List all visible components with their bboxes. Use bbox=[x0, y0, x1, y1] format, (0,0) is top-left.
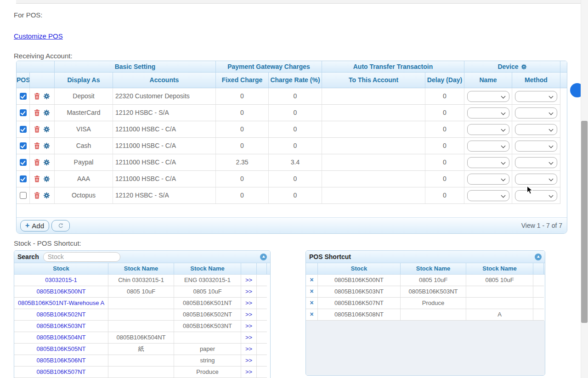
col-header-charge-rate[interactable]: Charge Rate (%) bbox=[269, 73, 322, 88]
receiving-row[interactable]: MasterCard12120 HSBC - S/A000 bbox=[17, 105, 560, 121]
receiving-row[interactable]: Cash1211000 HSBC - C/A000 bbox=[17, 138, 560, 154]
device-name-select[interactable] bbox=[467, 174, 509, 185]
move-to-shortcut-link[interactable]: >> bbox=[241, 367, 257, 378]
collapse-panel-icon[interactable] bbox=[535, 254, 542, 260]
remove-x-icon[interactable]: × bbox=[306, 275, 318, 286]
stock-row[interactable]: 0805B106K504NT0805B106K504NT>> bbox=[14, 332, 267, 344]
stock-search-input[interactable] bbox=[43, 252, 120, 262]
col-header-method[interactable]: Method bbox=[512, 73, 560, 88]
device-method-select[interactable] bbox=[515, 91, 557, 102]
col-header-stock-name-2[interactable]: Stock Name bbox=[466, 263, 533, 274]
move-to-shortcut-link[interactable]: >> bbox=[241, 286, 257, 297]
trash-icon[interactable] bbox=[34, 175, 40, 182]
device-method-select[interactable] bbox=[515, 107, 557, 118]
col-header-display-as[interactable]: Display As bbox=[55, 73, 113, 88]
pos-checkbox[interactable] bbox=[20, 142, 27, 149]
stock-row[interactable]: 0805B106K502NT0805B106K502NT>> bbox=[14, 309, 267, 321]
trash-icon[interactable] bbox=[34, 109, 40, 116]
shortcut-row[interactable]: ×0805B106K503NT0805B106K503NT bbox=[306, 286, 544, 298]
receiving-row[interactable]: Octopus12120 HSBC - S/A000 bbox=[17, 187, 560, 204]
gear-icon[interactable] bbox=[43, 192, 50, 199]
move-to-shortcut-link[interactable]: >> bbox=[241, 298, 257, 309]
move-to-shortcut-link[interactable]: >> bbox=[241, 332, 257, 343]
collapse-panel-icon[interactable] bbox=[260, 254, 267, 260]
pos-checkbox[interactable] bbox=[20, 192, 27, 199]
device-method-select[interactable] bbox=[515, 141, 557, 152]
gear-icon[interactable] bbox=[43, 126, 50, 133]
shortcut-row[interactable]: ×0805B106K507NTProduce bbox=[306, 298, 544, 309]
device-name-select[interactable] bbox=[467, 124, 509, 135]
col-header-fixed-charge[interactable]: Fixed Charge bbox=[216, 73, 269, 88]
stock-code-link[interactable]: 0805B106K501NT-Warehouse A bbox=[14, 298, 108, 309]
pos-checkbox[interactable] bbox=[20, 159, 27, 166]
col-header-stock-name-2[interactable]: Stock Name bbox=[174, 263, 241, 274]
gear-icon[interactable] bbox=[43, 142, 50, 149]
trash-icon[interactable] bbox=[34, 192, 40, 199]
stock-code-link[interactable]: 0805B106K507NT bbox=[14, 367, 108, 378]
stock-row[interactable]: 03032015-1Chin 03032015-1ENG 03032015-1>… bbox=[14, 275, 267, 286]
stock-code-link[interactable]: 0805B106K504NT bbox=[14, 332, 108, 343]
move-to-shortcut-link[interactable]: >> bbox=[241, 275, 257, 286]
col-header-name[interactable]: Name bbox=[464, 73, 512, 88]
remove-x-icon[interactable]: × bbox=[306, 298, 318, 309]
shortcut-row[interactable]: ×0805B106K508NTA bbox=[306, 309, 544, 321]
device-name-select[interactable] bbox=[467, 141, 509, 152]
receiving-row[interactable]: Deposit22320 Customer Deposits000 bbox=[17, 88, 560, 105]
gear-icon[interactable] bbox=[43, 93, 50, 100]
device-name-select[interactable] bbox=[467, 190, 509, 201]
device-settings-gear-icon[interactable] bbox=[521, 64, 527, 70]
device-method-select[interactable] bbox=[515, 174, 557, 185]
move-to-shortcut-link[interactable]: >> bbox=[241, 355, 257, 366]
move-to-shortcut-link[interactable]: >> bbox=[241, 309, 257, 320]
col-header-delay[interactable]: Delay (Day) bbox=[425, 73, 464, 88]
trash-icon[interactable] bbox=[34, 159, 40, 166]
move-to-shortcut-link[interactable]: >> bbox=[241, 344, 257, 355]
trash-icon[interactable] bbox=[34, 142, 40, 149]
stock-code-link[interactable]: 0805B106K505NT bbox=[14, 344, 108, 355]
scrollbar-thumb[interactable] bbox=[581, 121, 588, 323]
col-header-pos[interactable]: POS bbox=[17, 73, 30, 88]
device-name-select[interactable] bbox=[467, 91, 509, 102]
move-to-shortcut-link[interactable]: >> bbox=[241, 321, 257, 332]
stock-row[interactable]: 0805B106K501NT-Warehouse A0805B106K501NT… bbox=[14, 298, 267, 309]
pos-checkbox[interactable] bbox=[20, 175, 27, 182]
col-header-stock[interactable]: Stock bbox=[14, 263, 108, 274]
pos-checkbox[interactable] bbox=[20, 93, 27, 100]
gear-icon[interactable] bbox=[43, 159, 50, 166]
col-header-stock-name-1[interactable]: Stock Name bbox=[401, 263, 466, 274]
remove-x-icon[interactable]: × bbox=[306, 309, 318, 320]
trash-icon[interactable] bbox=[34, 126, 40, 133]
receiving-row[interactable]: Paypal1211000 HSBC - C/A2.353.40 bbox=[17, 154, 560, 171]
trash-icon[interactable] bbox=[34, 93, 40, 100]
pos-checkbox[interactable] bbox=[20, 109, 27, 116]
pos-checkbox[interactable] bbox=[20, 126, 27, 133]
stock-row[interactable]: 0805B106K505NT紙paper>> bbox=[14, 344, 267, 355]
stock-row[interactable]: 0805B106K507NTProduce>> bbox=[14, 367, 267, 378]
stock-code-link[interactable]: 0805B106K500NT bbox=[14, 286, 108, 297]
stock-code-link[interactable]: 0805B106K502NT bbox=[14, 309, 108, 320]
gear-icon[interactable] bbox=[43, 175, 50, 182]
stock-row[interactable]: 0805B106K500NT0805 10uF0805 10uF>> bbox=[14, 286, 267, 298]
col-header-stock-name-1[interactable]: Stock Name bbox=[108, 263, 174, 274]
refresh-button[interactable] bbox=[51, 220, 70, 231]
col-header-accounts[interactable]: Accounts bbox=[113, 73, 216, 88]
stock-code-link[interactable]: 0805B106K506NT bbox=[14, 355, 108, 366]
stock-row[interactable]: 0805B106K506NTstring>> bbox=[14, 355, 267, 367]
gear-icon[interactable] bbox=[43, 109, 50, 116]
shortcut-row[interactable]: ×0805B106K500NT0805 10uF0805 10uF bbox=[306, 275, 544, 286]
add-button[interactable]: + Add bbox=[20, 220, 49, 231]
device-method-select[interactable] bbox=[515, 157, 557, 168]
device-name-select[interactable] bbox=[467, 107, 509, 118]
customize-pos-link[interactable]: Customize POS bbox=[14, 32, 63, 40]
stock-code-link[interactable]: 03032015-1 bbox=[14, 275, 108, 286]
col-header-to-this-account[interactable]: To This Account bbox=[322, 73, 425, 88]
remove-x-icon[interactable]: × bbox=[306, 286, 318, 297]
stock-code-link[interactable]: 0805B106K503NT bbox=[14, 321, 108, 332]
device-name-select[interactable] bbox=[467, 157, 509, 168]
receiving-row[interactable]: VISA1211000 HSBC - C/A000 bbox=[17, 121, 560, 138]
receiving-row[interactable]: AAA1211000 HSBC - C/A000 bbox=[17, 171, 560, 187]
device-method-select[interactable] bbox=[515, 190, 557, 201]
stock-row[interactable]: 0805B106K503NT0805B106K503NT>> bbox=[14, 321, 267, 332]
col-header-stock[interactable]: Stock bbox=[318, 263, 401, 274]
device-method-select[interactable] bbox=[515, 124, 557, 135]
